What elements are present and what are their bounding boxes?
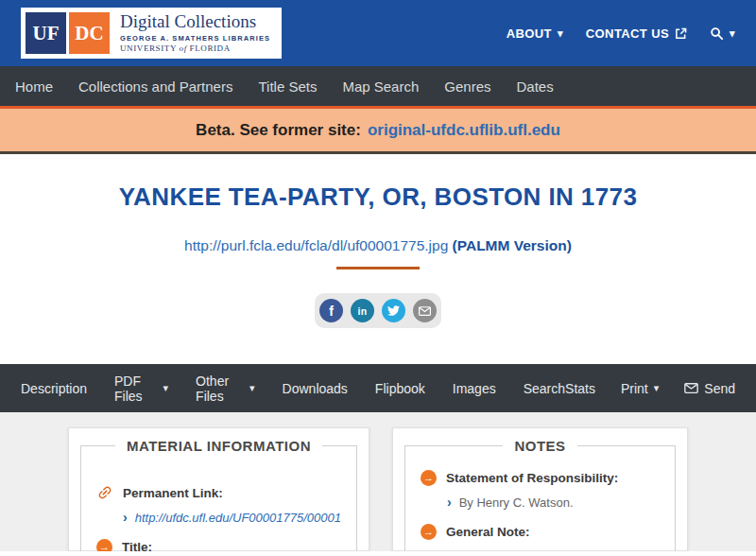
contact-us-label: CONTACT US	[586, 26, 669, 41]
nav-title-sets[interactable]: Title Sets	[258, 78, 317, 95]
title-field-label: Title:	[122, 540, 152, 551]
permanent-link-label: Permanent Link:	[123, 486, 223, 500]
chain-link-icon	[93, 480, 116, 504]
permanent-link-value-row: http://ufdc.ufl.edu/UF00001775/00001	[123, 510, 341, 525]
purl-link[interactable]: http://purl.fcla.edu/fcla/dl/uf00001775.…	[184, 237, 448, 253]
ufdc-logo[interactable]: UF DC Digital Collections GEORGE A. SMAT…	[21, 8, 282, 59]
linkedin-share-button[interactable]: in	[351, 299, 374, 322]
item-toolbar: Description PDF Files Other Files Downlo…	[0, 364, 756, 412]
material-information-title: MATERIAL INFORMATION	[115, 438, 322, 454]
toolbar-send[interactable]: Send	[684, 381, 735, 396]
arrow-circle-icon	[421, 470, 437, 486]
email-share-button[interactable]	[413, 299, 437, 322]
send-envelope-icon	[684, 383, 698, 393]
pdf-files-label: PDF Files	[114, 374, 158, 404]
beta-banner: Beta. See former site: original-ufdc.ufl…	[0, 106, 756, 154]
toolbar-search[interactable]: Search	[524, 381, 565, 396]
nav-home[interactable]: Home	[15, 78, 53, 95]
orange-divider	[336, 267, 420, 269]
toolbar-left-group: Description PDF Files Other Files Downlo…	[21, 374, 565, 404]
general-note-field: General Note:	[421, 524, 660, 540]
dc-logo-box: DC	[69, 12, 110, 54]
responsibility-label: Statement of Responsibility:	[446, 471, 618, 485]
logo-of-word: of	[180, 43, 187, 53]
logo-libraries-line: GEORGE A. SMATHERS LIBRARIES	[120, 35, 270, 43]
header-links: ABOUT CONTACT US	[507, 26, 735, 41]
angle-right-icon	[447, 495, 452, 510]
permanent-url-line: http://purl.fcla.edu/fcla/dl/uf00001775.…	[0, 237, 756, 254]
toolbar-stats[interactable]: Stats	[565, 381, 595, 396]
toolbar-right-group: Stats Print Send	[565, 381, 735, 396]
search-menu[interactable]	[710, 26, 735, 41]
nav-collections-and-partners[interactable]: Collections and Partners	[78, 78, 232, 95]
responsibility-value-row: By Henry C. Watson.	[447, 495, 660, 510]
envelope-icon	[419, 306, 431, 316]
toolbar-other-files-menu[interactable]: Other Files	[196, 374, 255, 404]
angle-right-icon	[123, 510, 128, 525]
metadata-section: MATERIAL INFORMATION Permanent Link: htt…	[0, 412, 756, 551]
logo-university-line: UNIVERSITY of FLORIDA	[120, 44, 270, 54]
nav-dates[interactable]: Dates	[516, 78, 553, 95]
send-label: Send	[704, 381, 735, 396]
logo-florida-word: FLORIDA	[190, 43, 231, 53]
beta-banner-text: Beta. See former site:	[196, 121, 361, 140]
about-menu[interactable]: ABOUT	[507, 26, 563, 41]
page-title: YANKEE TEA-PARTY, OR, BOSTON IN 1773	[0, 154, 756, 212]
item-heading-section: YANKEE TEA-PARTY, OR, BOSTON IN 1773 htt…	[0, 154, 756, 364]
notes-panel: NOTES Statement of Responsibility: By He…	[392, 427, 688, 551]
toolbar-description[interactable]: Description	[21, 381, 87, 396]
print-label: Print	[621, 381, 648, 396]
nav-genres[interactable]: Genres	[444, 78, 490, 95]
site-header: UF DC Digital Collections GEORGE A. SMAT…	[0, 0, 756, 66]
responsibility-value: By Henry C. Watson.	[459, 495, 574, 510]
toolbar-flipbook[interactable]: Flipbook	[375, 381, 425, 396]
toolbar-images[interactable]: Images	[453, 381, 496, 396]
statement-of-responsibility-field: Statement of Responsibility:	[421, 470, 660, 486]
search-icon	[710, 26, 724, 41]
former-site-link[interactable]: original-ufdc.uflib.ufl.edu	[368, 121, 560, 140]
contact-us-link[interactable]: CONTACT US	[586, 26, 687, 41]
arrow-circle-icon	[421, 524, 437, 540]
ufdc-page: UF DC Digital Collections GEORGE A. SMAT…	[0, 0, 756, 551]
external-link-icon	[675, 27, 687, 40]
logo-text: Digital Collections GEORGE A. SMATHERS L…	[120, 12, 270, 54]
logo-title: Digital Collections	[120, 12, 270, 32]
title-field: Title:	[96, 539, 341, 551]
general-note-value-row: Publisher's advertisements precede and f…	[447, 548, 660, 551]
general-note-label: General Note:	[446, 525, 530, 539]
toolbar-downloads[interactable]: Downloads	[283, 381, 348, 396]
permanent-link-field: Permanent Link:	[96, 484, 341, 501]
permanent-link-url[interactable]: http://ufdc.ufl.edu/UF00001775/00001	[135, 511, 341, 525]
about-label: ABOUT	[507, 26, 552, 41]
general-note-value: Publisher's advertisements precede and f…	[459, 549, 660, 551]
toolbar-pdf-files-menu[interactable]: PDF Files	[114, 374, 168, 404]
logo-university-word: UNIVERSITY	[120, 43, 177, 53]
main-navigation: Home Collections and Partners Title Sets…	[0, 66, 756, 106]
arrow-circle-icon	[96, 539, 112, 551]
other-files-label: Other Files	[196, 374, 244, 404]
facebook-share-button[interactable]: f	[319, 299, 343, 322]
angle-right-icon	[447, 548, 452, 551]
uf-logo-box: UF	[26, 12, 66, 54]
notes-title: NOTES	[503, 438, 576, 454]
twitter-share-button[interactable]	[382, 299, 405, 322]
twitter-bird-icon	[387, 304, 400, 317]
palmm-version-label: (PALMM Version)	[453, 237, 572, 253]
toolbar-print-menu[interactable]: Print	[621, 381, 659, 396]
social-share-bar: f in	[315, 293, 441, 328]
nav-map-search[interactable]: Map Search	[342, 78, 419, 95]
material-information-panel: MATERIAL INFORMATION Permanent Link: htt…	[68, 427, 369, 551]
